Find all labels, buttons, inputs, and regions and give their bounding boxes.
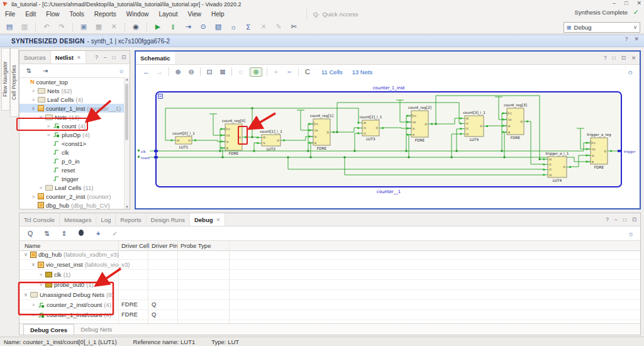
tree-item-dbg-hub[interactable]: ∨dbg_hub(labtools_xsdbm_v3) — [19, 250, 640, 260]
scroll-down-icon[interactable]: ▼ — [125, 205, 130, 209]
tab-sources[interactable]: Sources — [19, 51, 51, 64]
settings-icon[interactable]: ☼ — [229, 23, 238, 31]
tree-item-trigger[interactable]: trigger — [19, 174, 125, 183]
tab-tcl-console[interactable]: Tcl Console — [19, 213, 60, 226]
sidebar-tab-cell-properties[interactable]: Cell Properties — [10, 48, 19, 117]
find-icon[interactable]: ◉ — [131, 23, 140, 31]
tree-item-clk[interactable]: clk — [19, 148, 125, 157]
minimize-panel-icon[interactable]: ‒ — [614, 216, 618, 223]
redo-icon[interactable]: ↷ — [57, 23, 66, 31]
col-name[interactable]: Name — [25, 242, 40, 249]
tree-item-clk[interactable]: >clk (1) — [19, 270, 640, 280]
run-icon[interactable]: ▶ — [153, 23, 162, 31]
expand-icon[interactable]: > — [31, 88, 36, 94]
maximize-panel-icon[interactable]: □ — [113, 54, 116, 60]
collapse-all-icon[interactable]: ⇅ — [25, 67, 33, 74]
tree-item-nets[interactable]: >Nets (62) — [19, 86, 125, 95]
expand-icon[interactable]: > — [31, 97, 36, 103]
tree-item-p-0-in[interactable]: p_0_in — [19, 157, 125, 165]
collapse-all-icon[interactable]: ⇅ — [43, 230, 52, 237]
collapse-icon[interactable]: ∨ — [31, 106, 36, 111]
tree-item-plusop[interactable]: >plusOp (4) — [19, 130, 125, 139]
tree-item-counter-2-inst-count[interactable]: >counter_2_inst/count (4)FDREQ — [19, 300, 640, 310]
save-icon[interactable]: ▥ — [20, 23, 29, 31]
col-driver-pin[interactable]: Driver Pin — [152, 242, 178, 249]
menu-edit[interactable]: Edit — [20, 8, 41, 20]
float-panel-icon[interactable]: ⊡ — [121, 54, 126, 60]
copy-icon[interactable]: ▣ — [79, 23, 88, 31]
help-icon[interactable]: ? — [625, 36, 628, 42]
refresh-icon[interactable]: C — [303, 68, 312, 75]
maximize-panel-icon[interactable]: □ — [613, 55, 616, 61]
close-tab-icon[interactable]: ✕ — [216, 217, 221, 223]
undo-icon[interactable]: ↶ — [42, 23, 51, 31]
tree-item-counter-1-inst-count[interactable]: >counter_1_inst/count (4)FDREQ — [19, 310, 640, 320]
tree-item-dbg-hub[interactable]: dbg_hub (dbg_hub_CV) — [19, 201, 125, 209]
expand-icon[interactable]: > — [31, 194, 36, 199]
settings-gear-icon[interactable]: ☼ — [626, 68, 635, 75]
autofit-off-icon[interactable]: ◌ — [236, 68, 245, 75]
cells-link[interactable]: 11 Cells — [321, 69, 343, 75]
tab-log[interactable]: Log — [96, 213, 116, 226]
collapse-icon[interactable]: ∨ — [31, 262, 36, 267]
help-icon[interactable]: ? — [606, 216, 609, 223]
report-icon[interactable]: ▧ — [214, 23, 223, 31]
tab-netlist[interactable]: Netlist✕ — [51, 51, 86, 64]
add-icon[interactable]: + — [94, 230, 103, 237]
layout-selector[interactable]: ▦ Debug ∨ — [564, 22, 640, 33]
open-project-icon[interactable]: ▤ — [5, 23, 14, 31]
tree-item-leaf-cells[interactable]: >Leaf Cells (11) — [19, 183, 125, 192]
back-icon[interactable]: ← — [142, 68, 151, 75]
timer-icon[interactable]: ⊙ — [199, 23, 208, 31]
menu-help[interactable]: Help — [206, 8, 230, 20]
col-probe-type[interactable]: Probe Type — [180, 242, 211, 249]
delete-icon[interactable]: ✕ — [109, 23, 118, 31]
expand-icon[interactable]: > — [46, 132, 51, 138]
float-panel-icon[interactable]: ⊡ — [632, 216, 636, 223]
paste-icon[interactable]: ▦ — [94, 23, 103, 31]
forward-icon[interactable]: → — [155, 68, 164, 75]
float-panel-icon[interactable]: ⊡ — [621, 55, 626, 61]
expand-icon[interactable]: > — [38, 185, 43, 191]
tree-item-probe-out0[interactable]: >probe_out0 (1) — [19, 280, 640, 290]
bug-icon[interactable] — [77, 230, 86, 237]
menu-file[interactable]: File — [0, 8, 20, 20]
search-icon[interactable]: Q — [26, 230, 35, 237]
tree-item-leaf-cells[interactable]: >Leaf Cells (4) — [19, 95, 125, 104]
close-tab-icon[interactable]: ✕ — [77, 55, 81, 60]
quick-access-search[interactable]: Q· Quick Access — [306, 9, 408, 19]
zoom-fit-icon[interactable]: ⊡ — [205, 68, 214, 76]
nets-link[interactable]: 13 Nets — [352, 69, 373, 75]
close-icon[interactable]: ✕ — [636, 0, 641, 6]
minimize-panel-icon[interactable]: ‒ — [104, 54, 107, 60]
expand-icon[interactable]: > — [31, 302, 36, 308]
cut-icon[interactable]: ✄ — [289, 23, 298, 31]
tree-item-count[interactable]: >count (4) — [19, 121, 125, 130]
tab-reports[interactable]: Reports — [116, 213, 146, 226]
tree-item-counter-2-inst[interactable]: >counter_2_inst (counter) — [19, 192, 125, 201]
col-driver-cell[interactable]: Driver Cell — [121, 242, 149, 249]
bottom-tab-debug-nets[interactable]: Debug Nets — [74, 324, 118, 335]
minimize-icon[interactable]: ‒ — [613, 0, 616, 6]
sigma-icon[interactable]: Σ — [244, 23, 253, 31]
tree-item-reset[interactable]: reset — [19, 165, 125, 174]
tree-item-unassigned-debug-nets[interactable]: ∨Unassigned Debug Nets (8) — [19, 290, 640, 300]
expand-all-icon[interactable]: ⇕ — [60, 230, 69, 237]
add-icon[interactable]: + — [272, 68, 280, 75]
sync-selection-icon[interactable]: ⇥ — [41, 67, 50, 74]
expand-icon[interactable]: > — [31, 312, 36, 318]
expand-icon[interactable]: > — [38, 282, 43, 287]
schematic-canvas[interactable]: counter_1_instcounter__1clkresettriggerc… — [136, 79, 640, 208]
tree-item-vio-reset-inst[interactable]: ∨vio_reset_inst(labtools_vio_v3) — [19, 260, 640, 270]
autofit-on-icon[interactable]: ⊕ — [250, 67, 262, 77]
expand-icon[interactable]: > — [38, 272, 43, 277]
step-icon[interactable]: ‖ — [169, 23, 177, 31]
tree-item-nets[interactable]: ∨Nets (13) — [19, 113, 125, 121]
collapse-icon[interactable]: ∨ — [38, 114, 43, 120]
netlist-scrollbar[interactable]: ▲ ▼ — [124, 77, 130, 209]
close-icon[interactable]: ✕ — [634, 36, 639, 42]
maximize-panel-icon[interactable]: □ — [623, 216, 626, 223]
scroll-up-icon[interactable]: ▲ — [125, 77, 130, 81]
maximize-icon[interactable]: □ — [625, 0, 628, 6]
tab-debug[interactable]: Debug✕ — [190, 213, 225, 226]
